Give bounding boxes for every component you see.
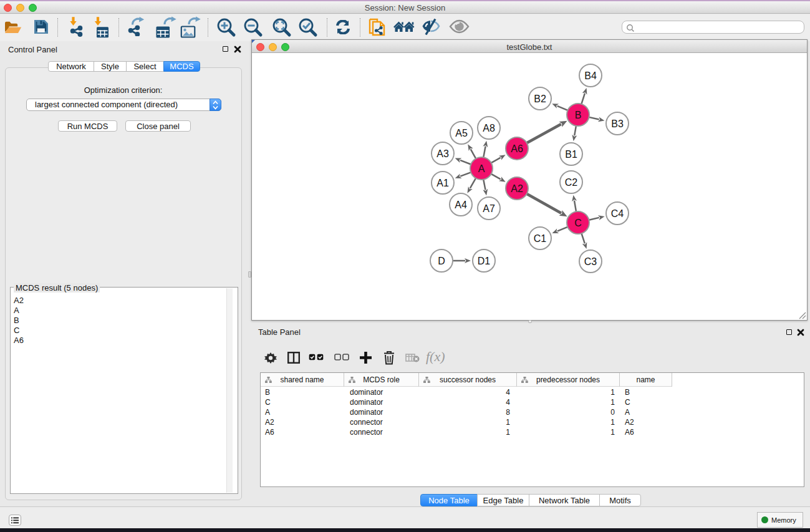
svg-text:B1: B1: [565, 149, 577, 160]
svg-text:A: A: [478, 163, 485, 174]
svg-text:C4: C4: [611, 208, 624, 219]
svg-text:A1: A1: [436, 178, 449, 188]
svg-text:A7: A7: [483, 203, 495, 214]
svg-text:C1: C1: [534, 233, 547, 244]
svg-text:A3: A3: [436, 148, 449, 159]
svg-text:A5: A5: [455, 128, 468, 138]
svg-text:B: B: [575, 110, 582, 120]
svg-text:C: C: [574, 218, 582, 228]
svg-text:B4: B4: [584, 70, 597, 81]
svg-text:D: D: [438, 256, 445, 266]
svg-text:C3: C3: [584, 256, 597, 267]
svg-text:A4: A4: [455, 200, 467, 210]
svg-text:C2: C2: [565, 177, 578, 188]
svg-text:A2: A2: [511, 183, 523, 194]
svg-text:B3: B3: [611, 118, 624, 129]
svg-text:B2: B2: [534, 94, 546, 104]
svg-text:D1: D1: [478, 256, 491, 266]
svg-text:A8: A8: [483, 123, 495, 133]
svg-text:A6: A6: [511, 143, 523, 154]
